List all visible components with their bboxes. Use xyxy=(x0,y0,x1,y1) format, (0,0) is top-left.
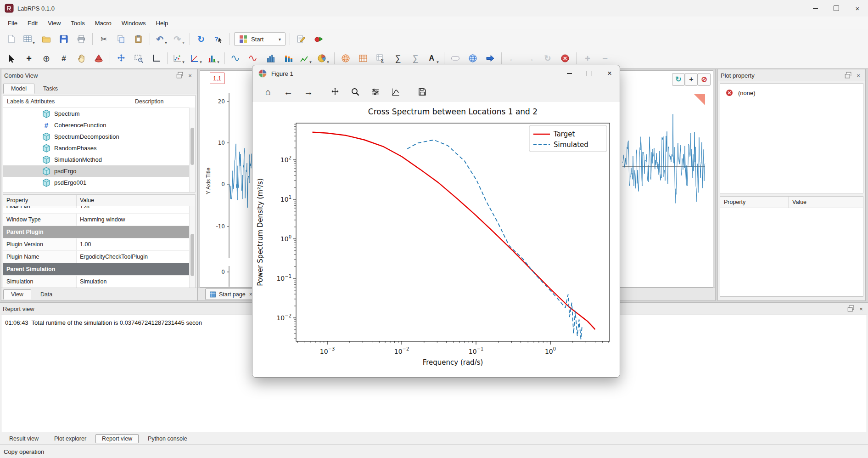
tree-item-psdergo001[interactable]: psdErgo001 xyxy=(3,177,195,188)
pan-hand-button[interactable] xyxy=(73,51,90,66)
property-row-plugin-version[interactable]: Plugin Version1.00 xyxy=(3,238,195,251)
dropdown-caret-icon[interactable]: ▾ xyxy=(217,60,219,66)
new-button[interactable] xyxy=(3,31,20,47)
home-button[interactable]: ⌂ xyxy=(259,84,277,100)
float-panel-button[interactable] xyxy=(847,305,855,313)
print-button[interactable] xyxy=(73,31,90,47)
data-table-button[interactable] xyxy=(354,51,372,66)
cumulative-sum-button[interactable]: ∑ xyxy=(407,51,424,66)
tree-item-randomphases[interactable]: RandomPhases xyxy=(3,142,195,154)
property-group-parent-simulation[interactable]: Parent Simulation xyxy=(3,263,195,276)
property-value[interactable]: 1.00 xyxy=(77,238,91,250)
tab-data[interactable]: Data xyxy=(33,289,60,300)
pie-chart-button[interactable]: ▾ xyxy=(314,51,332,66)
menu-file[interactable]: File xyxy=(3,18,22,28)
back-button[interactable]: ← xyxy=(279,84,297,100)
open-button[interactable] xyxy=(38,31,55,47)
text-annotation-button[interactable]: A▾ xyxy=(424,51,442,66)
move-plot-button[interactable] xyxy=(112,51,130,66)
dock-tab-report-view[interactable]: Report view xyxy=(95,434,139,443)
histogram-button[interactable] xyxy=(262,51,280,66)
new-table-button[interactable]: ▾ xyxy=(20,31,38,47)
macro-edit-button[interactable] xyxy=(292,31,310,47)
no-tool-button[interactable]: ⊘ xyxy=(698,73,711,86)
refresh-view-button[interactable]: ↻ xyxy=(672,73,685,86)
line-chart-button[interactable]: ▾ xyxy=(297,51,314,66)
property-scrollbar[interactable] xyxy=(189,206,195,288)
tab-start-page[interactable]: Start page × xyxy=(205,288,257,300)
locator-tool-button[interactable]: ⊕ xyxy=(38,51,55,66)
stacked-bar-button[interactable] xyxy=(280,51,297,66)
property-value[interactable]: Hamming window xyxy=(77,214,125,226)
curve-blue-button[interactable] xyxy=(227,51,245,66)
property-group-parent-plugin[interactable]: Parent Plugin xyxy=(3,226,195,238)
tree-item-spectrum[interactable]: Spectrum xyxy=(3,108,195,119)
dropdown-caret-icon[interactable]: ▾ xyxy=(182,40,185,47)
float-panel-button[interactable] xyxy=(176,71,184,79)
close-button[interactable]: × xyxy=(847,0,868,17)
add-view-button[interactable]: + xyxy=(685,73,698,86)
sum-button[interactable]: ∑ xyxy=(389,51,407,66)
curve-red-button[interactable] xyxy=(245,51,262,66)
close-button[interactable]: × xyxy=(599,65,620,82)
property-value[interactable]: ErgodicityCheckToolPlugin xyxy=(77,251,148,263)
select-tool-button[interactable] xyxy=(3,51,20,66)
pan-button[interactable] xyxy=(326,84,344,100)
annotation-capsule-button[interactable] xyxy=(447,51,464,66)
dropdown-caret-icon[interactable]: ▾ xyxy=(182,60,185,66)
subplot-config-button[interactable] xyxy=(366,84,385,100)
save-button[interactable] xyxy=(55,31,73,47)
stop-load-button[interactable] xyxy=(556,51,574,66)
table-sum-button[interactable]: Σ xyxy=(372,51,389,66)
forward-button[interactable]: → xyxy=(299,84,318,100)
dropdown-caret-icon[interactable]: ▾ xyxy=(33,40,35,47)
menu-view[interactable]: View xyxy=(43,18,66,28)
minimize-button[interactable] xyxy=(559,65,579,82)
tree-item-spectrumdecomposition[interactable]: SpectrumDecomposition xyxy=(3,131,195,142)
scrollbar-thumb[interactable] xyxy=(190,128,194,165)
grid-snap-button[interactable]: # xyxy=(55,51,73,66)
tab-tasks[interactable]: Tasks xyxy=(35,84,66,94)
tree-item-simulationmethod[interactable]: SimulationMethod xyxy=(3,154,195,165)
minimize-button[interactable] xyxy=(805,0,826,17)
paste-button[interactable] xyxy=(130,31,147,47)
menu-tools[interactable]: Tools xyxy=(66,18,90,28)
property-row-over-lap[interactable]: Over Lap128 xyxy=(3,206,195,214)
web-home-button[interactable] xyxy=(464,51,482,66)
scatter-plot-button[interactable]: ▾ xyxy=(170,51,187,66)
refresh-button[interactable]: ↻ xyxy=(192,31,210,47)
menu-macro[interactable]: Macro xyxy=(90,18,117,28)
axis-style-button[interactable]: ▾ xyxy=(187,51,205,66)
maximize-button[interactable] xyxy=(826,0,847,17)
tree-item-coherencefunction[interactable]: #CoherenceFunction xyxy=(3,119,195,131)
menu-edit[interactable]: Edit xyxy=(22,18,43,28)
dropdown-caret-icon[interactable]: ▾ xyxy=(200,60,202,66)
close-panel-button[interactable]: × xyxy=(854,71,862,79)
workbench-selector[interactable]: Start▾ xyxy=(234,32,286,46)
float-panel-button[interactable] xyxy=(844,71,852,79)
whats-this-button[interactable]: ? xyxy=(210,31,227,47)
dock-tab-python-console[interactable]: Python console xyxy=(141,434,193,443)
property-value[interactable]: 128 xyxy=(77,206,90,208)
cut-button[interactable]: ✂ xyxy=(95,31,112,47)
dock-tab-result-view[interactable]: Result view xyxy=(3,434,45,443)
add-node-button[interactable]: + xyxy=(20,51,38,66)
menu-windows[interactable]: Windows xyxy=(117,18,151,28)
property-row-simulation[interactable]: SimulationSimulation xyxy=(3,276,195,288)
cone-tool-button[interactable] xyxy=(90,51,107,66)
figure-window[interactable]: Figure 1 × ⌂←→ 10−310−210−11001021011001… xyxy=(252,65,620,378)
dropdown-caret-icon[interactable]: ▾ xyxy=(165,40,167,47)
plot-selection-item[interactable]: (none) xyxy=(720,84,863,102)
cross-spectrum-chart[interactable]: 10−310−210−110010210110010−110−2Cross Sp… xyxy=(252,102,620,377)
property-row-window-type[interactable]: Window TypeHamming window xyxy=(3,214,195,226)
save-figure-button[interactable] xyxy=(413,84,431,100)
axes-box-button[interactable] xyxy=(147,51,165,66)
property-value[interactable]: Simulation xyxy=(77,276,106,288)
go-forward-button[interactable] xyxy=(482,51,499,66)
tab-model[interactable]: Model xyxy=(3,84,34,94)
zoom-button[interactable] xyxy=(346,84,364,100)
maximize-button[interactable] xyxy=(579,65,599,82)
surface-plot-button[interactable] xyxy=(337,51,354,66)
dock-tab-plot-explorer[interactable]: Plot explorer xyxy=(48,434,93,443)
axes-edit-button[interactable] xyxy=(386,84,405,100)
